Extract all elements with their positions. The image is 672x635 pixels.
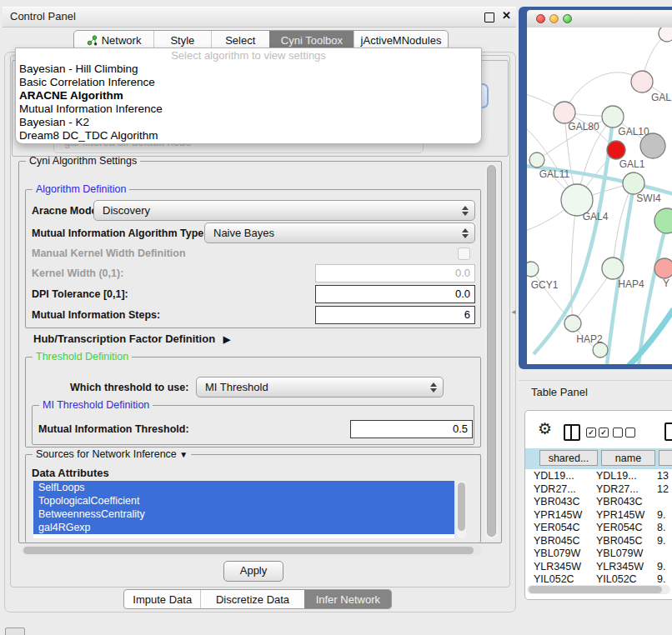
combo-arrows-icon xyxy=(462,206,468,216)
mi-threshold-field[interactable]: 0.5 xyxy=(350,420,473,438)
tab-impute-data[interactable]: Impute Data xyxy=(124,590,200,608)
algorithm-option-mutual-information-inference[interactable]: Mutual Information Inference xyxy=(16,102,481,116)
tab-infer-network[interactable]: Infer Network xyxy=(304,590,391,608)
minimize-traffic-light-icon[interactable] xyxy=(549,14,559,23)
column-header-a[interactable]: A xyxy=(659,450,672,466)
zoom-traffic-light-icon[interactable] xyxy=(563,14,572,23)
attribute-item-selfloops[interactable]: SelfLoops xyxy=(33,481,454,494)
manual-kernel-checkbox[interactable] xyxy=(458,248,470,260)
network-node-hap4[interactable] xyxy=(602,258,624,279)
node-label-gal: GAL xyxy=(651,92,671,103)
which-threshold-combobox[interactable]: MI Threshold xyxy=(196,377,444,398)
tab-discretize-data[interactable]: Discretize Data xyxy=(200,590,303,608)
mi-type-combobox[interactable]: Naive Bayes xyxy=(204,222,475,243)
settings-vertical-scrollbar[interactable] xyxy=(485,163,498,540)
network-graph: GALGAL80GAL10GAL11GAL1SWI4GAL4GCY1HAP4YH… xyxy=(527,28,672,364)
network-edge[interactable] xyxy=(531,269,573,323)
algorithm-option-bayesian-hill-climbing[interactable]: Bayesian - Hill Climbing xyxy=(16,62,481,76)
checked-box-icon: ✓ xyxy=(586,428,596,438)
dpi-tolerance-field[interactable]: 0.0 xyxy=(315,285,475,303)
show-columns-icon[interactable] xyxy=(564,424,580,441)
checked-box-icon: ✓ xyxy=(599,428,609,438)
table-cell: YPR145W xyxy=(534,509,582,522)
table-cell: YBR045C xyxy=(596,535,643,548)
float-window-icon[interactable] xyxy=(484,12,494,22)
algorithm-option-bayesian-k2[interactable]: Bayesian - K2 xyxy=(16,116,481,129)
screen: Control Panel ✕ NetworkStyleSelectCyni T… xyxy=(0,0,672,635)
tab-label: jActiveMNodules xyxy=(361,34,442,47)
attribute-list-scrollbar[interactable] xyxy=(457,481,466,538)
table-row[interactable]: YBR045CYBR045C9. xyxy=(525,535,672,548)
hub-definition-expander[interactable]: Hub/Transcription Factor Definition ▶ xyxy=(33,332,230,345)
mi-steps-field[interactable]: 6 xyxy=(315,306,475,324)
table-horizontal-scrollbar[interactable] xyxy=(527,585,670,594)
node-label-gcy1: GCY1 xyxy=(531,279,559,291)
network-node-salmon-right[interactable] xyxy=(654,258,672,278)
hub-definition-label: Hub/Transcription Factor Definition xyxy=(33,332,215,345)
collapsed-panel-button[interactable] xyxy=(5,628,25,635)
combo-arrows-icon xyxy=(462,228,468,238)
algorithm-option-basic-correlation-inference[interactable]: Basic Correlation Inference xyxy=(16,76,481,89)
cyni-settings-group-title: Cyni Algorithm Settings xyxy=(26,155,140,167)
select-all-columns-icon[interactable]: ✓ ✓ xyxy=(586,428,609,438)
network-window-titlebar[interactable] xyxy=(527,10,672,28)
network-edge[interactable] xyxy=(571,200,577,323)
attribute-item-topologicalcoefficient[interactable]: TopologicalCoefficient xyxy=(33,494,454,508)
network-node-red-node[interactable] xyxy=(607,141,625,159)
table-row[interactable]: YPR145WYPR145W9. xyxy=(525,509,672,522)
unchecked-box-icon xyxy=(613,428,623,438)
scrollbar-thumb[interactable] xyxy=(458,482,465,531)
deselect-all-columns-icon[interactable] xyxy=(613,428,635,438)
table-cell: 9. xyxy=(657,535,665,548)
table-panel-title: Table Panel xyxy=(531,386,588,398)
table-row[interactable]: YIL052CYIL052C9. xyxy=(525,573,672,585)
network-node-top-partial[interactable] xyxy=(659,28,672,42)
kernel-width-field[interactable]: 0.0 xyxy=(315,264,475,282)
attribute-item-gal4rgexp[interactable]: gal4RGexp xyxy=(33,521,454,534)
table-cell: YPR145W xyxy=(596,509,644,522)
scrollbar-thumb[interactable] xyxy=(23,547,474,554)
algorithm-option-dream8-dc-tdc-algorithm[interactable]: Dream8 DC_TDC Algorithm xyxy=(16,129,481,142)
table-cell: YBL079W xyxy=(534,548,580,561)
network-canvas[interactable]: GALGAL80GAL10GAL11GAL1SWI4GAL4GCY1HAP4YH… xyxy=(527,28,672,364)
column-header-name[interactable]: name xyxy=(601,450,655,466)
aracne-mode-label: Aracne Mode: xyxy=(32,205,101,217)
node-label-gal80: GAL80 xyxy=(568,121,599,132)
table-row[interactable]: YDR27...YDR27...12 xyxy=(525,483,672,497)
table-settings-gear-icon[interactable]: ⚙ xyxy=(538,421,552,437)
attribute-item-betweennesscentrality[interactable]: BetweennessCentrality xyxy=(33,508,454,521)
table-row[interactable]: YDL19...YDL19...13 xyxy=(525,470,672,483)
aracne-mode-combobox[interactable]: Discovery xyxy=(93,200,475,221)
close-icon[interactable]: ✕ xyxy=(502,9,511,22)
network-node-gal1[interactable] xyxy=(623,172,644,194)
network-node-hap2[interactable] xyxy=(564,315,581,332)
control-panel-title: Control Panel xyxy=(10,10,76,22)
close-traffic-light-icon[interactable] xyxy=(536,14,545,23)
table-cell: YLR345W xyxy=(596,561,644,574)
table-row[interactable]: YBR043CYBR043C xyxy=(525,496,672,509)
network-node-left-small[interactable] xyxy=(529,152,544,168)
network-node-gal-right[interactable] xyxy=(631,71,653,92)
table-row[interactable]: YLR345WYLR345W9. xyxy=(525,561,672,574)
table-row[interactable]: YBL079WYBL079W xyxy=(525,548,672,561)
scrollbar-thumb[interactable] xyxy=(487,165,496,537)
column-header-shared[interactable]: shared... xyxy=(539,450,598,466)
table-row[interactable]: YER054CYER054C8. xyxy=(525,522,672,535)
network-node-bright-right[interactable] xyxy=(654,208,672,233)
sources-group-title[interactable]: Sources for Network Inference ▼ xyxy=(33,448,191,460)
splitter-collapse-arrow[interactable]: ◄ xyxy=(510,308,517,316)
node-label-y: Y xyxy=(663,278,669,289)
table-cell: 8. xyxy=(657,522,665,535)
network-edge[interactable] xyxy=(629,309,672,364)
node-label-gal1: GAL1 xyxy=(619,158,645,170)
export-table-icon[interactable] xyxy=(664,422,672,441)
apply-button[interactable]: Apply xyxy=(223,561,283,582)
algorithm-option-aracne-algorithm[interactable]: ARACNE Algorithm xyxy=(16,89,481,102)
settings-horizontal-scrollbar[interactable] xyxy=(22,545,482,556)
scrollbar-thumb[interactable] xyxy=(529,586,662,593)
network-edge[interactable] xyxy=(564,72,642,112)
which-threshold-label: Which threshold to use: xyxy=(70,382,188,393)
node-label-hap4: HAP4 xyxy=(618,278,644,290)
network-node-gal10[interactable] xyxy=(602,106,624,128)
network-node-gcy1[interactable] xyxy=(527,262,539,277)
